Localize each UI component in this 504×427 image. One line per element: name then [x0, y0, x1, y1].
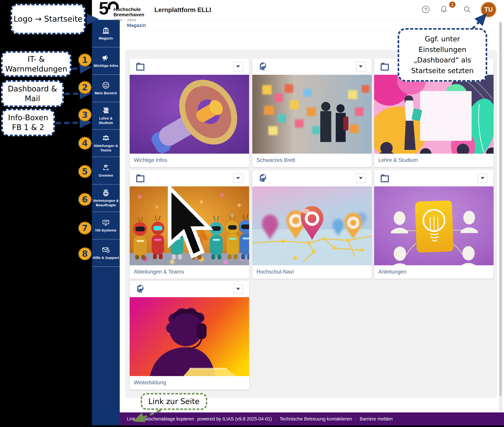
bank-icon — [102, 26, 110, 34]
card-title[interactable]: Lehre & Studium — [374, 154, 494, 163]
actions-dropdown-button[interactable] — [356, 62, 365, 71]
card-title[interactable]: Weiterbildung — [130, 376, 249, 386]
people-icon — [102, 134, 110, 142]
vertical-scrollbar[interactable] — [499, 21, 502, 412]
sidebar-item-label: Wichtige Infos — [93, 63, 118, 68]
annotation-badge-5: 5 — [78, 165, 92, 178]
svg-text:?: ? — [107, 250, 109, 252]
svg-text:?: ? — [424, 7, 427, 12]
footer-support-contact[interactable]: Technische Betreuung kontaktieren — [280, 416, 352, 422]
card-title[interactable]: Anleitungen — [374, 265, 494, 275]
sidebar-item-abteilungen-teams[interactable]: Abteilungen & Teams — [92, 130, 120, 157]
card-title[interactable]: Wichtige Infos — [130, 154, 249, 163]
sidebar-item-label: Gremien — [99, 173, 113, 178]
logo-50-numeral: 5 — [99, 1, 108, 16]
card-header — [374, 170, 494, 186]
megaphone-icon — [102, 54, 110, 62]
annotation-badge-2: 2 — [78, 81, 92, 94]
card-title[interactable]: Abteilungen & Teams — [130, 265, 249, 275]
sidebar: Magazin Wichtige Infos Mein Bereich Lehr… — [92, 20, 120, 425]
chevron-down-icon — [359, 65, 363, 68]
chevron-down-icon — [236, 288, 240, 290]
sidebar-item-wichtige-infos[interactable]: Wichtige Infos — [92, 47, 120, 75]
ilias-magazin-page: 5 Hochschule Bremerhaven 1975 - 2025 Ler… — [0, 0, 504, 427]
card-abteilungen-teams[interactable]: Abteilungen & Teams — [130, 170, 249, 279]
actions-dropdown-button[interactable] — [233, 62, 243, 71]
card-image-lightbulb[interactable] — [374, 186, 494, 265]
chevron-down-icon — [236, 177, 240, 179]
card-weiterbildung[interactable]: Weiterbildung — [130, 281, 249, 390]
sidebar-item-hilfe-support[interactable]: ? Hilfe & Support — [92, 239, 120, 267]
annotation-text: Dashboard & — [8, 84, 57, 94]
annotation-infobox-note: Info-Boxen FB 1 & 2 — [1, 109, 55, 136]
books-icon — [102, 107, 110, 114]
weblink-icon — [258, 62, 268, 71]
sidebar-item-magazin[interactable]: Magazin — [92, 20, 120, 47]
notification-count-badge: 1 — [449, 1, 456, 8]
annotation-text: Logo → Startseite — [14, 14, 83, 24]
avatar[interactable]: TU — [481, 1, 497, 18]
notifications-bell-icon[interactable] — [440, 5, 448, 14]
footer-powered-by-ilias[interactable]: powered by ILIAS (v9.8 2025-04-01) — [197, 416, 272, 422]
hochschule-bremerhaven-logo[interactable]: 5 Hochschule Bremerhaven 1975 - 2025 — [99, 1, 144, 22]
card-wichtige-infos[interactable]: Wichtige Infos — [130, 58, 249, 167]
actions-dropdown-button[interactable] — [233, 173, 243, 183]
svg-text:***: *** — [104, 221, 108, 224]
page-title: Lernplattform ELLI — [154, 0, 211, 20]
folder-icon — [136, 173, 145, 183]
actions-dropdown-button[interactable] — [478, 173, 487, 183]
card-title[interactable]: Hochschul-Navi — [252, 265, 372, 275]
annotation-text: Startseite setzten — [411, 66, 474, 76]
annotation-badge-3: 3 — [78, 108, 92, 122]
annotation-badge-1: 1 — [78, 53, 92, 67]
annotation-text: Mail — [25, 94, 40, 103]
annotation-text: Ggf. unter — [425, 34, 460, 44]
card-title[interactable]: Schwarzes Brett — [252, 154, 372, 163]
footer-report-barrier[interactable]: Barriere melden — [360, 416, 393, 422]
annotation-settings-note: Ggf. unter Einstellungen „Dashboard“ als… — [398, 28, 487, 82]
annotation-text: FB 1 & 2 — [12, 122, 44, 132]
mouse-cursor — [130, 186, 249, 265]
annotation-warn-note: IT- & Warnmeldungen — [1, 51, 71, 77]
search-icon[interactable] — [463, 5, 471, 14]
help-icon[interactable]: ? — [422, 5, 430, 14]
card-image-headphones-woman[interactable] — [130, 297, 249, 376]
annotation-badge-4: 4 — [78, 137, 92, 150]
sidebar-item-gremien[interactable]: Gremien — [92, 157, 120, 184]
sidebar-item-lehre-studium[interactable]: Lehre & Studium — [92, 102, 120, 130]
card-image-robots[interactable] — [130, 186, 249, 265]
footer-separator: · — [355, 416, 357, 422]
card-image-map-pins[interactable] — [252, 186, 372, 265]
footer-copy-link[interactable]: Link in Zwischenablage kopieren — [127, 416, 194, 422]
actions-dropdown-button[interactable] — [233, 284, 243, 294]
annotation-dashboard-note: Dashboard & Mail — [1, 80, 64, 107]
logo-text: Hochschule Bremerhaven 1975 - 2025 — [114, 7, 144, 22]
mail-help-icon: ? — [102, 246, 110, 254]
annotation-text: Einstellungen — [419, 44, 466, 55]
folder-icon — [136, 62, 145, 71]
card-header — [130, 170, 249, 186]
card-image-presentation[interactable] — [374, 75, 494, 154]
sidebar-item-vertretungen-beauftragte[interactable]: Vertretungen & Beauftragte — [92, 184, 120, 212]
logo-line-1: Hochschule — [114, 7, 144, 12]
footer: Link in Zwischenablage kopieren powered … — [120, 412, 504, 426]
sidebar-item-mein-bereich[interactable]: Mein Bereich — [92, 75, 120, 102]
card-image-megaphone[interactable] — [130, 75, 249, 154]
repository-panel: Wichtige Infos — [125, 50, 497, 398]
card-hochschul-navi[interactable]: Hochschul-Navi — [252, 170, 372, 279]
annotation-text: IT- & — [28, 54, 45, 64]
footer-separator: · — [275, 416, 277, 422]
sidebar-item-label: Mein Bereich — [95, 91, 117, 95]
actions-dropdown-button[interactable] — [356, 173, 365, 183]
sidebar-item-label: Lehre & Studium — [93, 116, 119, 125]
sidebar-item-hs-systeme[interactable]: *** HS-Systeme — [92, 212, 120, 239]
sidebar-item-label: Magazin — [99, 36, 113, 40]
weblink-icon — [258, 173, 268, 183]
annotation-logo-note: Logo → Startseite — [11, 4, 85, 34]
card-schwarzes-brett[interactable]: Schwarzes Brett — [252, 58, 372, 167]
scrollbar-thumb[interactable] — [499, 22, 502, 396]
annotation-badge-8: 8 — [78, 247, 92, 260]
card-anleitungen[interactable]: Anleitungen — [374, 170, 494, 279]
logo-line-2: Bremerhaven — [114, 12, 144, 17]
card-image-sticky-notes[interactable] — [252, 75, 372, 154]
